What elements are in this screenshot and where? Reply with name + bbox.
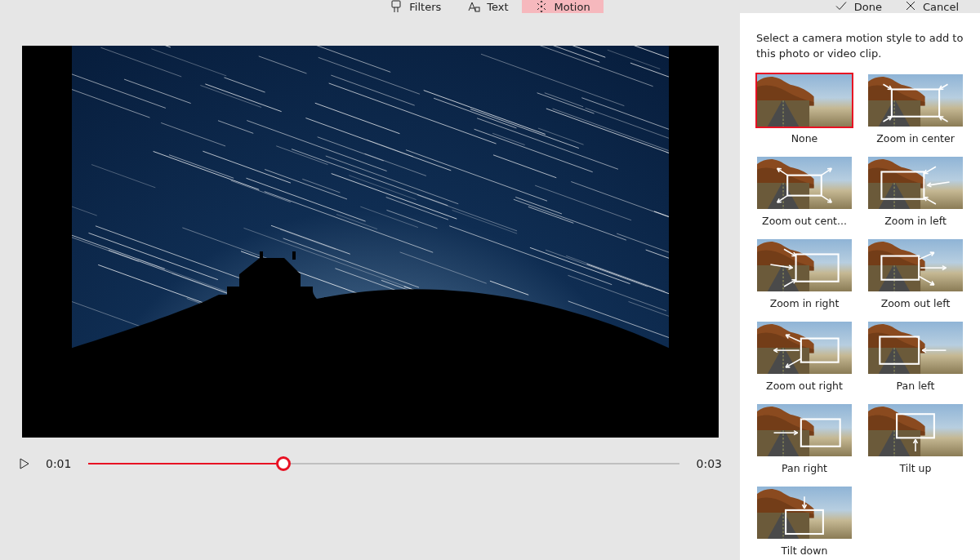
svg-line-70 — [571, 46, 605, 57]
svg-point-4 — [540, 6, 541, 7]
svg-line-116 — [258, 56, 306, 73]
motion-label: Zoom out left — [867, 297, 964, 309]
svg-line-19 — [91, 165, 155, 188]
motion-thumb — [756, 321, 853, 375]
svg-line-51 — [72, 68, 149, 118]
svg-line-108 — [153, 151, 259, 189]
svg-rect-125 — [260, 251, 263, 260]
motion-label: Zoom in left — [867, 215, 964, 227]
motion-option-none[interactable]: None — [756, 73, 853, 144]
motion-thumb — [867, 156, 964, 210]
seek-slider[interactable] — [88, 456, 679, 472]
main-area: 0:01 0:03 Select a camera motion style t… — [0, 13, 980, 560]
svg-line-39 — [200, 86, 261, 108]
motion-thumb — [756, 403, 853, 457]
svg-line-37 — [434, 98, 516, 128]
filters-icon — [390, 0, 403, 13]
motion-thumb — [867, 73, 964, 127]
motion-option-tilt-up[interactable]: Tilt up — [867, 403, 964, 474]
svg-line-69 — [265, 170, 347, 199]
tab-text[interactable]: Text — [454, 0, 521, 13]
svg-line-92 — [528, 207, 572, 223]
svg-line-94 — [114, 46, 171, 47]
video-preview[interactable] — [22, 46, 719, 438]
tab-label: Filters — [409, 1, 441, 13]
svg-line-122 — [385, 198, 448, 220]
svg-line-30 — [492, 133, 524, 144]
motion-option-zoom-in-right[interactable]: Zoom in right — [756, 238, 853, 309]
svg-rect-126 — [292, 251, 296, 260]
motion-label: Tilt down — [756, 544, 853, 557]
svg-line-112 — [662, 46, 669, 93]
svg-line-43 — [314, 103, 399, 133]
done-button[interactable]: Done — [823, 0, 893, 13]
svg-line-88 — [151, 49, 226, 76]
motion-option-pan-right[interactable]: Pan right — [756, 403, 853, 474]
svg-rect-0 — [392, 1, 400, 7]
silhouette — [72, 250, 669, 438]
motion-panel-description: Select a camera motion style to add to t… — [756, 31, 964, 62]
svg-line-32 — [72, 73, 166, 109]
svg-line-12 — [100, 47, 181, 77]
svg-line-81 — [513, 199, 626, 240]
svg-line-113 — [328, 83, 496, 144]
tab-label: Motion — [555, 1, 590, 13]
motion-option-zoom-out-right[interactable]: Zoom out right — [756, 321, 853, 392]
motion-label: Zoom out right — [756, 380, 853, 392]
media-column: 0:01 0:03 — [0, 13, 740, 560]
motion-thumb — [867, 238, 964, 292]
play-button[interactable] — [18, 457, 31, 470]
svg-line-29 — [336, 214, 376, 229]
motion-option-tilt-down[interactable]: Tilt down — [756, 486, 853, 557]
svg-line-9 — [224, 78, 265, 92]
svg-line-111 — [544, 93, 582, 107]
motion-label: Zoom in center — [867, 132, 964, 144]
cancel-button[interactable]: Cancel — [893, 0, 970, 13]
motion-label: Tilt up — [867, 462, 964, 474]
svg-line-119 — [630, 63, 668, 92]
svg-line-77 — [643, 46, 669, 48]
motion-option-pan-left[interactable]: Pan left — [867, 321, 964, 392]
motion-option-zoom-out-center[interactable]: Zoom out cent... — [756, 156, 853, 227]
svg-line-118 — [317, 137, 383, 161]
svg-line-55 — [264, 192, 432, 253]
svg-line-41 — [279, 229, 335, 250]
text-icon — [467, 0, 480, 13]
svg-line-97 — [360, 207, 418, 228]
svg-line-44 — [205, 84, 281, 112]
motion-label: Pan left — [867, 380, 964, 392]
svg-line-35 — [276, 146, 327, 165]
svg-line-68 — [535, 185, 631, 220]
seek-thumb[interactable] — [276, 456, 291, 471]
pillarbox-right — [669, 46, 719, 438]
motion-thumb — [867, 321, 964, 375]
close-icon — [905, 0, 916, 14]
motion-thumb — [756, 73, 853, 127]
svg-line-80 — [537, 93, 594, 113]
tab-filters[interactable]: Filters — [376, 0, 454, 13]
svg-line-71 — [581, 98, 669, 139]
video-canvas — [72, 46, 669, 438]
svg-line-63 — [509, 46, 653, 87]
motion-option-zoom-in-left[interactable]: Zoom in left — [867, 156, 964, 227]
pillarbox-left — [22, 46, 72, 438]
motion-label: None — [756, 132, 853, 144]
motion-thumb — [867, 403, 964, 457]
seek-fill — [88, 463, 283, 464]
motion-thumb — [756, 156, 853, 210]
motion-label: Zoom out cent... — [756, 215, 853, 227]
motion-option-zoom-in-center[interactable]: Zoom in center — [867, 73, 964, 144]
motion-grid: NoneZoom in centerZoom out cent...Zoom i… — [756, 73, 964, 557]
svg-line-107 — [161, 122, 225, 146]
svg-line-46 — [217, 121, 252, 134]
svg-line-104 — [247, 121, 386, 171]
motion-label: Zoom in right — [756, 297, 853, 309]
svg-line-96 — [423, 91, 545, 135]
editor-tabs: FiltersTextMotion — [376, 0, 603, 13]
motion-option-zoom-out-left[interactable]: Zoom out left — [867, 238, 964, 309]
svg-rect-3 — [475, 7, 479, 11]
tab-motion[interactable]: Motion — [522, 0, 604, 13]
tab-label: Text — [487, 1, 508, 13]
motion-thumb — [756, 238, 853, 292]
motion-label: Pan right — [756, 462, 853, 474]
